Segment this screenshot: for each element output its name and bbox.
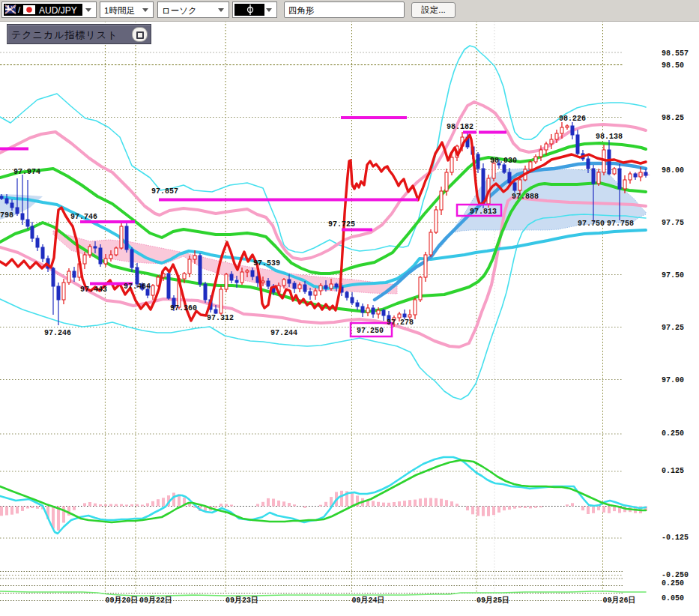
- svg-text:97.25: 97.25: [662, 324, 684, 332]
- svg-text:97.246: 97.246: [44, 329, 71, 337]
- svg-text:09月22日: 09月22日: [139, 596, 172, 605]
- svg-text:98.557: 98.557: [662, 49, 689, 58]
- svg-text:97.360: 97.360: [170, 304, 197, 312]
- svg-text:97.888: 97.888: [512, 193, 539, 201]
- svg-text:97.312: 97.312: [207, 314, 234, 322]
- svg-text:0.250: 0.250: [662, 429, 684, 438]
- svg-text:798: 798: [0, 211, 13, 220]
- svg-text:97.857: 97.857: [151, 187, 178, 196]
- svg-text:97.813: 97.813: [470, 208, 497, 216]
- svg-text:98.030: 98.030: [490, 157, 517, 165]
- svg-text:98.50: 98.50: [662, 61, 684, 70]
- svg-text:97.50: 97.50: [662, 271, 684, 280]
- svg-text:09月26日: 09月26日: [603, 596, 636, 605]
- svg-text:98.138: 98.138: [596, 133, 623, 141]
- svg-text:97.00: 97.00: [662, 376, 684, 384]
- svg-text:98.182: 98.182: [447, 123, 473, 131]
- svg-text:09月20日: 09月20日: [105, 596, 138, 605]
- svg-text:97.539: 97.539: [253, 259, 280, 268]
- svg-text:97.75: 97.75: [662, 219, 684, 227]
- svg-text:98.00: 98.00: [662, 166, 684, 175]
- svg-text:97.464: 97.464: [124, 283, 151, 291]
- svg-text:97.750: 97.750: [578, 220, 605, 228]
- svg-text:AUD/JPY: AUD/JPY: [39, 5, 77, 16]
- svg-text:09月24日: 09月24日: [352, 596, 385, 605]
- svg-text:97.974: 97.974: [13, 168, 40, 176]
- svg-text:-0.125: -0.125: [662, 534, 689, 542]
- svg-text:/: /: [18, 5, 21, 14]
- svg-text:0.250: 0.250: [662, 579, 684, 588]
- svg-text:98.25: 98.25: [662, 114, 684, 122]
- svg-text:97.250: 97.250: [357, 327, 384, 335]
- svg-text:-0.250: -0.250: [662, 571, 689, 579]
- svg-text:97.758: 97.758: [607, 220, 634, 228]
- svg-text:0.050: 0.050: [662, 594, 684, 603]
- svg-text:98.226: 98.226: [559, 115, 586, 123]
- svg-text:97.278: 97.278: [387, 318, 414, 327]
- svg-text:97.244: 97.244: [270, 329, 297, 337]
- svg-text:09月23日: 09月23日: [226, 596, 258, 605]
- svg-text:0.125: 0.125: [662, 467, 684, 475]
- svg-text:97.443: 97.443: [80, 286, 107, 294]
- svg-text:97.746: 97.746: [70, 213, 97, 221]
- svg-text:09月25日: 09月25日: [476, 596, 509, 605]
- svg-text:97.725: 97.725: [328, 220, 355, 229]
